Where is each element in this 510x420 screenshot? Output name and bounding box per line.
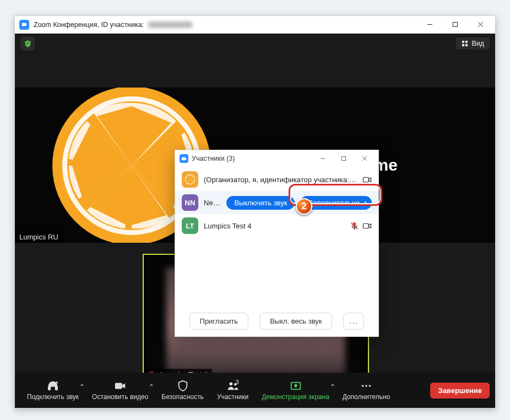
window-controls: [417, 16, 493, 33]
encryption-icon[interactable]: [20, 36, 35, 51]
window-maximize-button[interactable]: [442, 16, 468, 33]
camera-icon: [362, 175, 372, 184]
participants-title: Участники (3): [192, 155, 235, 162]
mute-button[interactable]: Выключить звук: [226, 196, 295, 210]
zoom-icon: [180, 154, 188, 163]
participant-count-badge: 3: [235, 379, 238, 385]
participant-name: Lumpics Test 4: [204, 222, 344, 230]
titlebar: Zoom Конференция, ID участника:: [15, 16, 495, 34]
window-title-text: Zoom Конференция, ID участника:: [34, 21, 144, 29]
mic-muted-icon: [350, 221, 359, 231]
invite-button[interactable]: Пригласить: [189, 313, 249, 330]
end-meeting-button[interactable]: Завершение: [430, 383, 490, 399]
mute-all-button[interactable]: Выкл. весь звук: [259, 313, 332, 330]
security-button[interactable]: Безопасность: [155, 380, 210, 401]
chevron-up-icon[interactable]: [330, 381, 335, 389]
participants-close-button[interactable]: [354, 151, 375, 167]
window-close-button[interactable]: [468, 16, 493, 33]
grid-icon: [462, 40, 468, 47]
participant-name: New ...: [204, 199, 221, 207]
stop-video-button[interactable]: Остановить видео: [85, 380, 155, 401]
participants-footer: Пригласить Выкл. весь звук ...: [175, 306, 378, 336]
join-audio-button[interactable]: Подключить звук: [20, 380, 85, 401]
control-label: Безопасность: [161, 393, 204, 401]
app-window: Zoom Конференция, ID участника: Вид Lump…: [14, 15, 496, 408]
tile-label: Lumpics RU: [15, 231, 63, 243]
participants-window: Участники (3) (Организатор, я, идентифик…: [175, 150, 379, 337]
participants-titlebar: Участники (3): [175, 150, 378, 167]
dots-icon: [360, 380, 372, 392]
more-button[interactable]: Дополнительно: [336, 380, 397, 401]
participants-button[interactable]: 3 Участники: [210, 380, 255, 401]
control-label: Подключить звук: [27, 393, 79, 401]
annotation-step-badge: 2: [296, 198, 312, 215]
avatar-initials: NN: [182, 194, 198, 211]
participants-minimize-button[interactable]: [312, 151, 333, 167]
headphones-icon: [47, 380, 59, 392]
zoom-icon: [19, 20, 29, 30]
chevron-up-icon[interactable]: [80, 381, 84, 389]
window-minimize-button[interactable]: [417, 16, 442, 33]
meeting-topbar: Вид: [15, 34, 495, 53]
video-icon: [114, 380, 126, 392]
avatar-orange-icon: [182, 171, 198, 188]
participant-id-blurred: [148, 21, 192, 28]
participants-window-controls: [312, 151, 375, 167]
shield-icon: [177, 380, 189, 392]
share-screen-button[interactable]: Демонстрация экрана: [255, 380, 336, 401]
camera-icon: [362, 221, 372, 231]
chevron-up-icon[interactable]: [149, 381, 154, 389]
share-icon: [290, 380, 302, 392]
participant-status-icons: [362, 175, 372, 184]
control-label: Участники: [217, 393, 248, 401]
control-label: Остановить видео: [92, 393, 148, 401]
view-button[interactable]: Вид: [456, 37, 490, 50]
avatar-initials: LT: [182, 217, 198, 234]
control-label: Дополнительно: [343, 393, 390, 401]
control-bar: Подключить звук Остановить видео Безопас…: [15, 373, 495, 408]
participant-row-lumpics-test[interactable]: LT Lumpics Test 4: [175, 214, 378, 237]
participants-more-menu-button[interactable]: ...: [343, 313, 364, 330]
participant-status-icons: [350, 221, 372, 231]
window-title: Zoom Конференция, ID участника:: [34, 21, 192, 29]
control-label: Демонстрация экрана: [262, 393, 329, 401]
participant-host-text: (Организатор, я, идентификатор участника…: [204, 176, 357, 184]
participants-maximize-button[interactable]: [333, 151, 354, 167]
view-label: Вид: [471, 40, 484, 47]
